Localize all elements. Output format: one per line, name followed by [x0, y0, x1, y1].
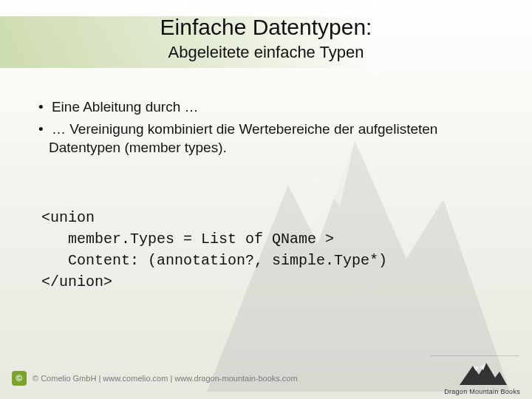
copyright-icon: ©: [12, 371, 27, 386]
slide-subtitle: Abgeleitete einfache Typen: [0, 43, 532, 62]
bullet-item: Eine Ableitung durch …: [28, 98, 502, 117]
code-line: <union: [41, 209, 95, 226]
bullet-list: Eine Ableitung durch … … Vereinigung kom…: [28, 98, 502, 160]
slide-title: Einfache Datentypen:: [0, 15, 532, 40]
divider: [430, 355, 519, 356]
code-line: member.Types = List of QName >: [41, 231, 334, 248]
mountain-logo-icon: [457, 361, 508, 386]
code-block: <union member.Types = List of QName > Co…: [41, 207, 488, 293]
copyright-text: © Comelio GmbH | www.comelio.com | www.d…: [33, 374, 298, 383]
footer-right: Dragon Mountain Books: [444, 361, 520, 395]
slide: Einfache Datentypen: Abgeleitete einfach…: [0, 0, 532, 399]
bullet-item: … Vereinigung kombiniert die Wertebereic…: [28, 120, 502, 157]
code-line: Content: (annotation?, simple.Type*): [41, 252, 387, 269]
footer: © © Comelio GmbH | www.comelio.com | www…: [0, 358, 532, 399]
footer-left: © © Comelio GmbH | www.comelio.com | www…: [12, 371, 298, 386]
brand-name: Dragon Mountain Books: [444, 388, 520, 395]
code-line: </union>: [41, 273, 112, 290]
